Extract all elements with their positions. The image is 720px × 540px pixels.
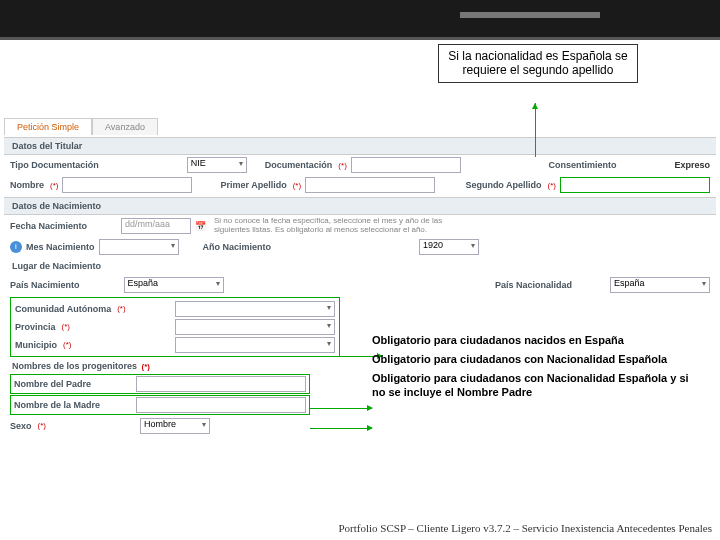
callout-obligatorio-madre: Obligatorio para ciudadanos con Nacional… xyxy=(372,372,698,398)
lbl-consentimiento: Consentimiento xyxy=(548,160,616,170)
select-mes-nacimiento[interactable] xyxy=(99,239,179,255)
lbl-nombre: Nombre xyxy=(10,180,44,190)
lbl-fecha-nacimiento: Fecha Nacimiento xyxy=(10,221,87,231)
callout-segundo-apellido: Si la nacionalidad es Española se requie… xyxy=(438,44,638,83)
subsection-lugar-nacimiento: Lugar de Nacimiento xyxy=(4,257,716,275)
lbl-pais-nacionalidad: País Nacionalidad xyxy=(495,280,572,290)
arrow-to-segundo-apellido xyxy=(535,103,536,157)
calendar-icon[interactable] xyxy=(195,220,206,231)
select-provincia[interactable] xyxy=(175,319,335,335)
lbl-tipo-documentacion: Tipo Documentación xyxy=(10,160,99,170)
consentimiento-value: Expreso xyxy=(674,160,710,170)
select-tipo-documentacion[interactable]: NIE xyxy=(187,157,247,173)
info-icon: i xyxy=(10,241,22,253)
input-nombre[interactable] xyxy=(62,177,192,193)
lbl-nombre-madre: Nombre de la Madre xyxy=(14,400,100,410)
slide-top-bar xyxy=(0,0,720,40)
select-comunidad[interactable] xyxy=(175,301,335,317)
tabs: Petición Simple Avanzado xyxy=(4,118,716,135)
input-documentacion[interactable] xyxy=(351,157,461,173)
lbl-provincia: Provincia xyxy=(15,322,56,332)
select-ano-nacimiento[interactable]: 1920 xyxy=(419,239,479,255)
arrow-madre xyxy=(310,428,372,429)
callout-obligatorio-nacidos: Obligatorio para ciudadanos nacidos en E… xyxy=(372,334,698,347)
lbl-documentacion: Documentación xyxy=(265,160,333,170)
tab-avanzado[interactable]: Avanzado xyxy=(92,118,158,135)
select-municipio[interactable] xyxy=(175,337,335,353)
select-sexo[interactable]: Hombre xyxy=(140,418,210,434)
footer-text: Portfolio SCSP – Cliente Ligero v3.7.2 –… xyxy=(338,522,712,534)
lbl-ano-nacimiento: Año Nacimiento xyxy=(203,242,272,252)
select-pais-nacimiento[interactable]: España xyxy=(124,277,224,293)
lbl-nombre-padre: Nombre del Padre xyxy=(14,379,91,389)
input-nombre-madre[interactable] xyxy=(136,397,306,413)
lbl-segundo-apellido: Segundo Apellido xyxy=(465,180,541,190)
section-datos-titular: Datos del Titular xyxy=(4,137,716,155)
callouts-region: Obligatorio para ciudadanos nacidos en E… xyxy=(372,334,698,405)
lbl-municipio: Municipio xyxy=(15,340,57,350)
arrow-padre xyxy=(310,408,372,409)
input-fecha-nacimiento[interactable]: dd/mm/aaa xyxy=(121,218,191,234)
input-primer-apellido[interactable] xyxy=(305,177,435,193)
tab-peticion-simple[interactable]: Petición Simple xyxy=(4,118,92,135)
lbl-primer-apellido: Primer Apellido xyxy=(220,180,286,190)
input-nombre-padre[interactable] xyxy=(136,376,306,392)
section-datos-nacimiento: Datos de Nacimiento xyxy=(4,197,716,215)
callout-obligatorio-nacionalidad: Obligatorio para ciudadanos con Nacional… xyxy=(372,353,698,366)
lbl-comunidad: Comunidad Autónoma xyxy=(15,304,111,314)
lbl-mes-nacimiento: Mes Nacimiento xyxy=(26,242,95,252)
lbl-sexo: Sexo xyxy=(10,421,32,431)
hint-fecha: Si no conoce la fecha específica, selecc… xyxy=(214,217,474,235)
input-segundo-apellido[interactable] xyxy=(560,177,710,193)
select-pais-nacionalidad[interactable]: España xyxy=(610,277,710,293)
lbl-pais-nacimiento: País Nacimiento xyxy=(10,280,80,290)
